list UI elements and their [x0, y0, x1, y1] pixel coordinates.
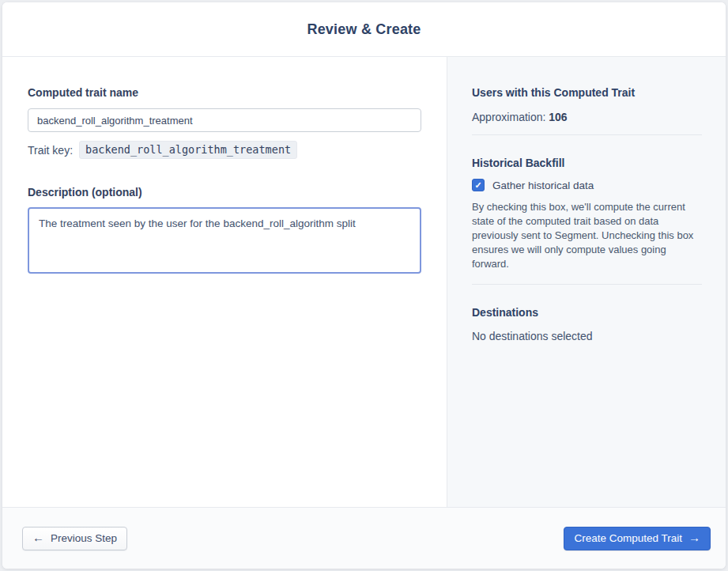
trait-name-label: Computed trait name: [28, 86, 421, 99]
modal-footer: ← Previous Step Create Computed Trait →: [2, 507, 726, 569]
review-create-modal: Review & Create Computed trait name Trai…: [2, 2, 726, 569]
gather-historical-data-checkbox[interactable]: ✓: [472, 179, 485, 191]
modal-body: Computed trait name Trait key: backend_r…: [2, 57, 726, 507]
destinations-section-title: Destinations: [472, 306, 702, 319]
trait-key-row: Trait key: backend_roll_algorithm_treatm…: [28, 141, 421, 159]
trait-key-label: Trait key:: [28, 144, 73, 157]
previous-step-label: Previous Step: [51, 532, 117, 544]
previous-step-button[interactable]: ← Previous Step: [22, 527, 127, 550]
approximation-row: Approximation: 106: [472, 111, 702, 123]
users-section-title: Users with this Computed Trait: [472, 86, 702, 99]
create-computed-trait-label: Create Computed Trait: [574, 532, 682, 544]
section-divider: [472, 134, 702, 135]
approximation-label: Approximation:: [472, 111, 545, 123]
arrow-right-icon: →: [688, 531, 700, 543]
arrow-left-icon: ←: [32, 531, 44, 543]
destinations-empty-text: No destinations selected: [472, 330, 702, 342]
trait-key-chip: backend_roll_algorithm_treatment: [79, 141, 297, 159]
description-textarea[interactable]: The treatment seen by the user for the b…: [28, 207, 421, 274]
summary-sidebar: Users with this Computed Trait Approxima…: [447, 57, 726, 507]
trait-name-input[interactable]: [28, 108, 421, 132]
checkmark-icon: ✓: [474, 181, 481, 190]
gather-historical-data-row: ✓ Gather historical data: [472, 179, 702, 191]
create-computed-trait-button[interactable]: Create Computed Trait →: [564, 527, 711, 550]
backfill-section-title: Historical Backfill: [472, 157, 702, 169]
approximation-value: 106: [549, 111, 567, 123]
modal-header: Review & Create: [2, 2, 726, 57]
backfill-description: By checking this box, we'll compute the …: [472, 200, 702, 271]
gather-historical-data-label: Gather historical data: [492, 180, 594, 191]
page-title: Review & Create: [307, 21, 421, 38]
description-label: Description (optional): [28, 186, 421, 199]
section-divider: [472, 284, 702, 285]
trait-form-pane: Computed trait name Trait key: backend_r…: [2, 57, 447, 507]
